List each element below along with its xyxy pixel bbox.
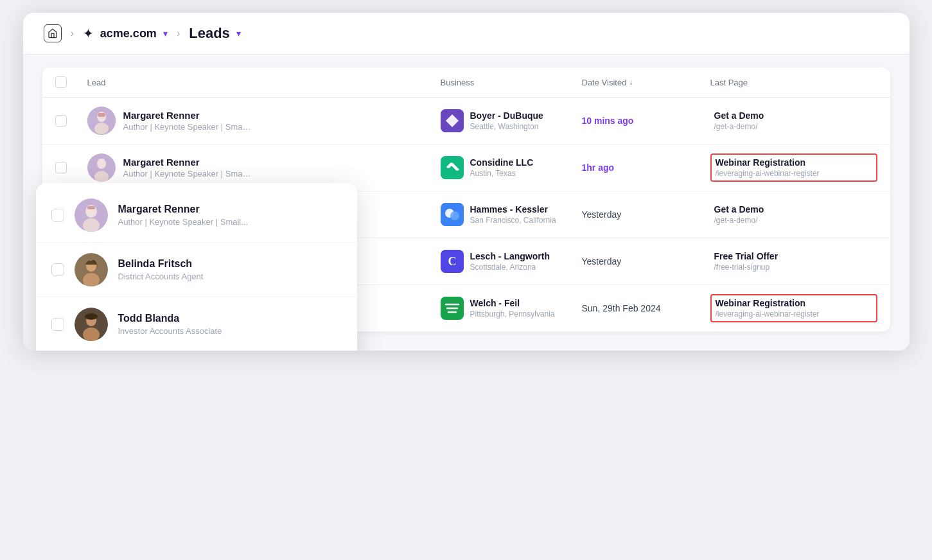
card-checkbox[interactable] <box>51 263 64 276</box>
business-details: Lesch - Langworth Scottsdale, Arizona <box>470 251 550 272</box>
business-name: Boyer - DuBuque <box>470 110 543 121</box>
lead-cell: Margaret Renner Author | Keynote Speaker… <box>87 107 441 135</box>
svg-text:C: C <box>448 255 456 268</box>
lead-title: Author | Keynote Speaker | Small... <box>123 122 252 132</box>
business-name: Lesch - Langworth <box>470 251 550 261</box>
row-checkbox-col <box>55 115 87 127</box>
date-visited-cell: Yesterday <box>582 256 710 267</box>
card-lead-info: Margaret Renner Author | Keynote Speaker… <box>118 204 249 227</box>
last-page-url: /free-trial-signup <box>714 263 874 272</box>
business-location: Austin, Texas <box>470 169 534 178</box>
date-visited-cell: Yesterday <box>582 209 710 220</box>
ai-star-icon: ✦ <box>83 26 94 41</box>
business-name: Hammes - Kessler <box>470 204 556 214</box>
card-lead-title: District Accounts Agent <box>118 272 204 281</box>
svg-point-35 <box>83 328 100 341</box>
card-row[interactable]: Todd Blanda Investor Accounts Associate <box>36 297 357 351</box>
last-page-cell: Webinar Registration /leveraging-ai-webi… <box>710 294 877 322</box>
lead-name: Margaret Renner <box>123 157 252 168</box>
last-page-name: Webinar Registration <box>716 298 872 308</box>
leads-dropdown[interactable]: ▾ <box>236 28 241 39</box>
avatar <box>87 107 116 135</box>
business-cell: C Lesch - Langworth Scottsdale, Arizona <box>441 250 582 273</box>
sort-arrow-icon: ↓ <box>629 78 633 87</box>
row-checkbox[interactable] <box>55 115 67 127</box>
lead-name: Margaret Renner <box>123 110 252 121</box>
business-details: Welch - Feil Pittsburgh, Pennsylvania <box>470 298 555 319</box>
floating-card: Margaret Renner Author | Keynote Speaker… <box>36 183 357 351</box>
select-all-checkbox[interactable] <box>55 76 67 88</box>
card-lead-name: Todd Blanda <box>118 313 222 324</box>
last-page-name: Webinar Registration <box>716 157 872 168</box>
card-row[interactable]: Margaret Renner Author | Keynote Speaker… <box>36 188 357 243</box>
avatar <box>87 153 116 182</box>
row-checkbox[interactable] <box>55 162 67 173</box>
page-title: Leads <box>189 25 230 42</box>
business-location: Seattle, Washington <box>470 122 543 131</box>
business-cell: Welch - Feil Pittsburgh, Pennsylvania <box>441 297 582 320</box>
business-name: Welch - Feil <box>470 298 555 308</box>
business-location: San Francisco, California <box>470 216 556 225</box>
card-row[interactable]: Belinda Fritsch District Accounts Agent <box>36 243 357 297</box>
last-page-cell: Get a Demo /get-a-demo/ <box>710 108 877 134</box>
last-page-name: Get a Demo <box>714 110 874 121</box>
svg-rect-3 <box>98 113 105 117</box>
business-cell: Considine LLC Austin, Texas <box>441 156 582 179</box>
lead-col-header: Lead <box>87 78 441 87</box>
business-logo <box>441 297 464 320</box>
table-row[interactable]: Margaret Renner Author | Keynote Speaker… <box>42 98 890 144</box>
sep-2: › <box>177 28 180 39</box>
sep-1: › <box>71 28 74 39</box>
last-page-url: /leveraging-ai-webinar-register <box>716 169 857 178</box>
last-page-col-header: Last Page <box>710 78 877 87</box>
lead-cell: Margaret Renner Author | Keynote Speaker… <box>87 153 441 182</box>
main-content: Lead Business Date Visited ↓ Last Page <box>23 55 910 351</box>
last-page-url: /get-a-demo/ <box>714 216 874 225</box>
svg-point-7 <box>97 159 106 169</box>
business-col-header: Business <box>441 78 582 87</box>
svg-point-28 <box>83 218 100 232</box>
business-logo <box>441 156 464 179</box>
last-page-url: /leveraging-ai-webinar-register <box>716 310 857 319</box>
date-visited-col-header[interactable]: Date Visited ↓ <box>582 78 710 87</box>
business-details: Hammes - Kessler San Francisco, Californ… <box>470 204 556 225</box>
date-visited-cell: 10 mins ago <box>582 116 710 126</box>
last-page-name: Free Trial Offer <box>714 251 874 261</box>
top-bar: › ✦ acme.com ▾ › Leads ▾ <box>23 13 910 55</box>
card-checkbox[interactable] <box>51 318 64 331</box>
workspace-label[interactable]: acme.com <box>100 27 157 40</box>
last-page-cell: Free Trial Offer /free-trial-signup <box>710 249 877 274</box>
row-checkbox-col <box>55 162 87 173</box>
avatar <box>75 308 108 341</box>
avatar <box>75 253 108 286</box>
last-page-cell: Get a Demo /get-a-demo/ <box>710 202 877 227</box>
business-logo <box>441 109 464 132</box>
business-cell: Hammes - Kessler San Francisco, Californ… <box>441 203 582 226</box>
last-page-url: /get-a-demo/ <box>714 122 874 131</box>
svg-point-32 <box>83 273 100 286</box>
business-logo: C <box>441 250 464 273</box>
last-page-name: Get a Demo <box>714 204 874 214</box>
card-lead-info: Belinda Fritsch District Accounts Agent <box>118 258 204 281</box>
last-page-cell: Webinar Registration /leveraging-ai-webi… <box>710 153 877 182</box>
home-icon[interactable] <box>44 24 62 42</box>
card-lead-name: Margaret Renner <box>118 204 249 215</box>
workspace-dropdown[interactable]: ▾ <box>163 28 168 39</box>
business-name: Considine LLC <box>470 157 534 168</box>
business-details: Boyer - DuBuque Seattle, Washington <box>470 110 543 131</box>
lead-details: Margaret Renner Author | Keynote Speaker… <box>123 110 252 132</box>
card-checkbox[interactable] <box>51 209 64 222</box>
svg-point-2 <box>94 123 109 134</box>
svg-rect-9 <box>441 156 464 179</box>
business-cell: Boyer - DuBuque Seattle, Washington <box>441 109 582 132</box>
date-visited-cell: 1hr ago <box>582 162 710 173</box>
svg-point-36 <box>85 313 98 320</box>
svg-point-15 <box>450 211 459 220</box>
lead-title: Author | Keynote Speaker | Small... <box>123 169 252 179</box>
date-visited-cell: Sun, 29th Feb 2024 <box>582 303 710 313</box>
header-checkbox-col <box>55 76 87 88</box>
business-location: Scottsdale, Arizona <box>470 263 550 272</box>
card-lead-name: Belinda Fritsch <box>118 258 204 270</box>
avatar <box>75 198 108 232</box>
business-location: Pittsburgh, Pennsylvania <box>470 310 555 319</box>
